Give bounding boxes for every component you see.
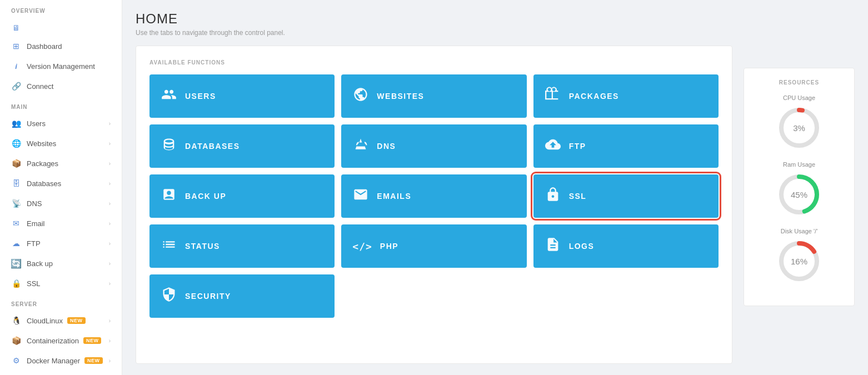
sidebar-item-tuning[interactable]: ⚙ Tuning › (0, 371, 122, 375)
dashboard-icon: ⊞ (11, 41, 21, 51)
sidebar-item-label: CloudLinux (27, 317, 63, 325)
ram-value: 45% (791, 190, 807, 199)
new-badge: NEW (83, 337, 102, 344)
functions-panel: AVAILABLE FUNCTIONS USERS WEBSITES (136, 46, 732, 364)
dns-func-icon (352, 137, 369, 156)
connect-icon: 🔗 (11, 81, 21, 91)
cpu-label: CPU Usage (783, 94, 815, 101)
func-button-packages[interactable]: PACKAGES (533, 74, 719, 118)
func-button-users[interactable]: USERS (149, 74, 335, 118)
func-label-emails: EMAILS (377, 192, 411, 201)
func-button-security[interactable]: SECURITY (149, 274, 335, 318)
ftp-func-icon (545, 137, 561, 156)
sidebar-item-label: Dashboard (27, 42, 62, 51)
overview-icon-row: 🖥 (0, 17, 122, 36)
security-func-icon (161, 287, 177, 306)
sidebar-item-label: Databases (27, 179, 61, 188)
status-func-icon (161, 237, 177, 256)
chevron-right-icon: › (109, 161, 111, 167)
sidebar-item-backup[interactable]: 🔄 Back up › (0, 253, 122, 273)
sidebar-item-label: Packages (27, 159, 58, 168)
func-button-logs[interactable]: LOGS (533, 224, 719, 268)
chevron-right-icon: › (109, 281, 111, 287)
sidebar-item-label: Containerization (27, 337, 79, 345)
sidebar-item-label: Back up (27, 259, 53, 268)
cloudlinux-icon: 🐧 (11, 316, 21, 326)
packages-icon: 📦 (11, 158, 21, 168)
func-button-ssl[interactable]: SSL (533, 174, 719, 218)
sidebar-item-packages[interactable]: 📦 Packages › (0, 153, 122, 173)
func-label-databases: DATABASES (185, 142, 240, 151)
new-badge: NEW (67, 317, 86, 324)
cpu-donut: 3% (777, 106, 821, 150)
sidebar-item-label: Docker Manager (27, 357, 80, 365)
functions-grid: USERS WEBSITES PACKAGES (149, 74, 719, 318)
new-badge: NEW (84, 357, 103, 364)
email-icon: ✉ (11, 218, 21, 228)
chevron-right-icon: › (109, 338, 111, 344)
sidebar-item-databases[interactable]: 🗄 Databases › (0, 173, 122, 193)
resources-label: RESOURCES (753, 79, 845, 86)
disk-label: Disk Usage '/' (781, 228, 818, 234)
func-button-dns[interactable]: DNS (341, 124, 526, 168)
chevron-right-icon: › (109, 221, 111, 227)
cpu-resource-item: CPU Usage 3% (753, 94, 845, 150)
func-button-php[interactable]: </> PHP (341, 224, 526, 268)
disk-value: 16% (791, 257, 807, 266)
websites-icon: 🌐 (11, 138, 21, 148)
func-label-status: STATUS (185, 242, 220, 251)
func-label-security: SECURITY (185, 292, 231, 301)
databases-icon: 🗄 (11, 178, 21, 188)
func-button-status[interactable]: STATUS (149, 224, 335, 268)
resources-panel: RESOURCES CPU Usage 3% Ram Usage (744, 68, 855, 306)
sidebar-item-dashboard[interactable]: ⊞ Dashboard (0, 36, 122, 56)
sidebar-item-label: Connect (27, 82, 53, 91)
sidebar-item-cloudlinux[interactable]: 🐧 CloudLinux NEW › (0, 311, 122, 331)
databases-func-icon (161, 137, 177, 156)
main-section-label: MAIN (0, 96, 122, 113)
sidebar-item-version-management[interactable]: i Version Management (0, 56, 122, 76)
sidebar-item-connect[interactable]: 🔗 Connect (0, 76, 122, 96)
ram-donut: 45% (777, 172, 821, 217)
func-button-websites[interactable]: WEBSITES (341, 74, 526, 118)
func-label-websites: WEBSITES (377, 92, 424, 101)
websites-func-icon (352, 87, 369, 106)
sidebar-item-email[interactable]: ✉ Email › (0, 213, 122, 233)
func-button-databases[interactable]: DATABASES (149, 124, 335, 168)
dns-icon: 📡 (11, 198, 21, 208)
sidebar: OVERVIEW 🖥 ⊞ Dashboard i Version Managem… (0, 0, 122, 375)
chevron-right-icon: › (109, 241, 111, 247)
func-label-logs: LOGS (569, 242, 595, 251)
users-icon: 👥 (11, 118, 21, 128)
ram-label: Ram Usage (783, 161, 815, 168)
sidebar-item-containerization[interactable]: 📦 Containerization NEW › (0, 331, 122, 351)
chevron-right-icon: › (109, 141, 111, 147)
sidebar-item-ftp[interactable]: ☁ FTP › (0, 233, 122, 253)
chevron-right-icon: › (109, 181, 111, 187)
backup-icon: 🔄 (11, 258, 21, 268)
func-label-backup: BACK UP (185, 192, 226, 201)
sidebar-item-ssl[interactable]: 🔒 SSL › (0, 273, 122, 293)
ram-resource-item: Ram Usage 45% (753, 161, 845, 217)
sidebar-item-label: Version Management (27, 62, 95, 71)
func-button-emails[interactable]: EMAILS (341, 174, 526, 218)
chevron-right-icon: › (109, 261, 111, 267)
func-label-dns: DNS (377, 142, 396, 151)
sidebar-item-users[interactable]: 👥 Users › (0, 113, 122, 133)
chevron-right-icon: › (109, 358, 111, 364)
func-button-backup[interactable]: BACK UP (149, 174, 335, 218)
sidebar-item-label: Email (27, 219, 45, 228)
docker-icon: ⚙ (11, 356, 21, 366)
func-label-ftp: FTP (569, 142, 586, 151)
func-label-php: PHP (380, 242, 398, 251)
overview-section-label: OVERVIEW (0, 0, 122, 17)
server-section-label: SERVER (0, 293, 122, 311)
ssl-icon: 🔒 (11, 278, 21, 288)
func-button-ftp[interactable]: FTP (533, 124, 719, 168)
main-content: HOME Use the tabs to navigate through th… (122, 0, 868, 375)
disk-resource-item: Disk Usage '/' 16% (753, 228, 845, 283)
sidebar-item-dns[interactable]: 📡 DNS › (0, 193, 122, 213)
sidebar-item-docker[interactable]: ⚙ Docker Manager NEW › (0, 351, 122, 371)
sidebar-item-websites[interactable]: 🌐 Websites › (0, 133, 122, 153)
cpu-value: 3% (793, 123, 805, 133)
